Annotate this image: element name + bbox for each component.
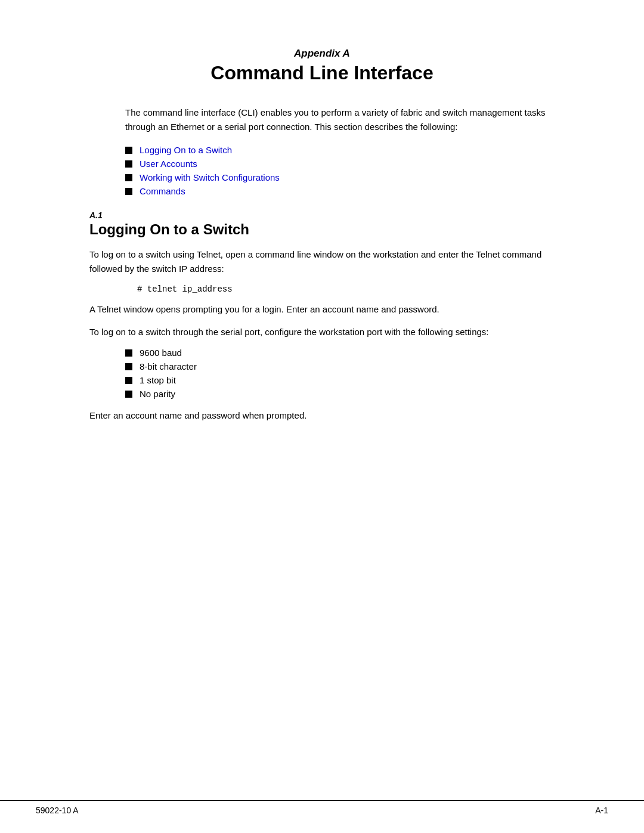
footer-right: A-1 bbox=[595, 806, 608, 815]
section-para2: A Telnet window opens prompting you for … bbox=[89, 302, 555, 317]
list-item: Working with Switch Configurations bbox=[125, 172, 555, 182]
content-area: Appendix A Command Line Interface The co… bbox=[89, 48, 555, 423]
setting-item: 1 stop bit bbox=[140, 375, 176, 385]
toc-link-commands[interactable]: Commands bbox=[140, 186, 185, 196]
section-a1: A.1 Logging On to a Switch To log on to … bbox=[89, 210, 555, 423]
list-item: No parity bbox=[125, 389, 555, 399]
setting-item: No parity bbox=[140, 389, 175, 399]
page: Appendix A Command Line Interface The co… bbox=[0, 0, 644, 833]
bullet-icon bbox=[125, 349, 132, 357]
toc-link-logging[interactable]: Logging On to a Switch bbox=[140, 145, 232, 155]
bullet-icon bbox=[125, 174, 132, 181]
section-para3: To log on to a switch through the serial… bbox=[89, 325, 555, 339]
list-item: Commands bbox=[125, 186, 555, 196]
footer-left: 59022-10 A bbox=[36, 806, 79, 815]
section-para1: To log on to a switch using Telnet, open… bbox=[89, 247, 555, 276]
intro-paragraph: The command line interface (CLI) enables… bbox=[125, 106, 555, 134]
list-item: 1 stop bit bbox=[125, 375, 555, 385]
settings-list: 9600 baud 8-bit character 1 stop bit No … bbox=[125, 348, 555, 399]
list-item: 8-bit character bbox=[125, 361, 555, 371]
code-block: # telnet ip_address bbox=[137, 284, 555, 294]
bullet-icon bbox=[125, 188, 132, 195]
section-title: Logging On to a Switch bbox=[89, 221, 555, 238]
main-title: Command Line Interface bbox=[89, 62, 555, 84]
footer: 59022-10 A A-1 bbox=[0, 800, 644, 815]
list-item: Logging On to a Switch bbox=[125, 145, 555, 155]
toc-link-switch-configs[interactable]: Working with Switch Configurations bbox=[140, 172, 280, 182]
bullet-icon bbox=[125, 147, 132, 154]
bullet-icon bbox=[125, 391, 132, 398]
list-item: 9600 baud bbox=[125, 348, 555, 358]
section-para4: Enter an account name and password when … bbox=[89, 408, 555, 423]
bullet-icon bbox=[125, 363, 132, 370]
setting-item: 9600 baud bbox=[140, 348, 182, 358]
toc-list: Logging On to a Switch User Accounts Wor… bbox=[125, 145, 555, 196]
appendix-label: Appendix A bbox=[89, 48, 555, 60]
section-number: A.1 bbox=[89, 210, 555, 220]
list-item: User Accounts bbox=[125, 159, 555, 169]
bullet-icon bbox=[125, 160, 132, 168]
bullet-icon bbox=[125, 377, 132, 384]
setting-item: 8-bit character bbox=[140, 361, 197, 371]
toc-link-user-accounts[interactable]: User Accounts bbox=[140, 159, 197, 169]
